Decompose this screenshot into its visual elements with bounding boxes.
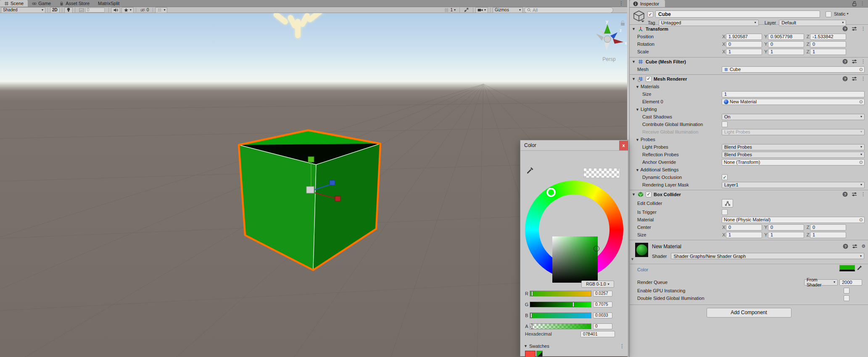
tools-button[interactable] bbox=[462, 8, 471, 13]
active-checkbox[interactable]: ✓ bbox=[647, 11, 653, 17]
object-picker-icon[interactable]: ⊙ bbox=[859, 67, 863, 72]
foldout-arrow-icon[interactable]: ▼ bbox=[631, 257, 634, 261]
hue-wheel[interactable] bbox=[525, 181, 623, 279]
frame-debug-group[interactable]: 0 bbox=[77, 8, 106, 13]
lock-icon[interactable] bbox=[621, 21, 625, 26]
center-x-field[interactable]: 0 bbox=[726, 224, 762, 231]
scale-x-field[interactable]: 1 bbox=[726, 49, 762, 55]
channel-b-handle[interactable] bbox=[530, 313, 532, 318]
position-y-field[interactable]: 0.9057798 bbox=[768, 34, 804, 40]
snap-grid-group[interactable]: 1 ▾ bbox=[442, 8, 457, 13]
center-z-field[interactable]: 0 bbox=[810, 224, 846, 231]
2d-toggle-button[interactable]: 2D bbox=[50, 7, 60, 13]
box-collider-header[interactable]: ▼ ✓ Box Collider ? ⋮ bbox=[630, 190, 868, 198]
close-button[interactable]: x bbox=[619, 141, 628, 150]
size-y-field[interactable]: 1 bbox=[768, 232, 804, 238]
grid-visibility-dropdown[interactable]: ▾ bbox=[155, 7, 167, 13]
tab-asset-store[interactable]: Asset Store bbox=[55, 0, 94, 7]
swatches-header[interactable]: ▼ Swatches ⋮ bbox=[524, 343, 625, 349]
foldout-arrow-icon[interactable]: ▼ bbox=[632, 192, 636, 197]
probes-foldout[interactable]: ▼ Probes bbox=[630, 136, 868, 143]
component-menu-icon[interactable]: ⋮ bbox=[861, 59, 865, 64]
component-menu-icon[interactable]: ⋮ bbox=[861, 76, 865, 81]
gizmos-dropdown[interactable]: Gizmos ▾ bbox=[493, 7, 523, 13]
saturation-value-square[interactable] bbox=[552, 236, 598, 283]
channel-g-value-field[interactable]: 0.7075 bbox=[593, 302, 612, 307]
scale-handle-center[interactable] bbox=[306, 186, 314, 193]
camera-dropdown[interactable]: ▾ bbox=[475, 7, 488, 13]
eyedropper-icon[interactable] bbox=[857, 265, 862, 271]
edit-collider-button[interactable] bbox=[722, 199, 733, 207]
scene-lighting-button[interactable] bbox=[64, 7, 73, 13]
foldout-arrow-icon[interactable]: ▼ bbox=[524, 344, 528, 348]
gizmo-arm-gray-down[interactable] bbox=[604, 43, 609, 50]
object-picker-icon[interactable]: ⊙ bbox=[859, 160, 863, 165]
channel-r-slider[interactable] bbox=[530, 291, 591, 297]
help-icon[interactable]: ? bbox=[842, 26, 848, 32]
position-x-field[interactable]: 1.920587 bbox=[726, 34, 762, 40]
gizmo-axis-x[interactable] bbox=[613, 39, 623, 44]
element0-object-field[interactable]: New Material ⊙ bbox=[722, 99, 865, 105]
object-picker-icon[interactable]: ⊙ bbox=[859, 99, 863, 105]
is-trigger-checkbox[interactable] bbox=[722, 209, 728, 215]
double-sided-gi-checkbox[interactable] bbox=[844, 295, 850, 301]
orientation-gizmo[interactable]: y z x bbox=[596, 19, 627, 50]
scale-handle-y[interactable] bbox=[308, 157, 314, 162]
static-dropdown[interactable]: Static ▾ bbox=[834, 11, 849, 16]
cast-shadows-dropdown[interactable]: On▾ bbox=[722, 114, 865, 120]
presets-icon[interactable] bbox=[852, 192, 857, 197]
render-queue-field[interactable]: 2000 bbox=[839, 279, 862, 286]
component-menu-icon[interactable]: ⋮ bbox=[861, 192, 865, 197]
rotation-y-field[interactable]: 0 bbox=[768, 41, 804, 47]
center-y-field[interactable]: 0 bbox=[768, 224, 804, 231]
channel-r-handle[interactable] bbox=[531, 291, 533, 296]
frame-count-field[interactable]: 0 bbox=[85, 8, 105, 13]
help-icon[interactable]: ? bbox=[843, 244, 848, 249]
component-menu-icon[interactable]: ⋮ bbox=[861, 26, 865, 32]
swatches-menu-icon[interactable]: ⋮ bbox=[620, 343, 625, 349]
channel-a-slider[interactable] bbox=[530, 323, 591, 329]
presets-icon[interactable] bbox=[852, 244, 857, 249]
reflection-probes-dropdown[interactable]: Blend Probes▾ bbox=[722, 152, 865, 158]
eyedropper-icon[interactable] bbox=[525, 167, 534, 175]
hidden-objects-group[interactable]: 0 bbox=[138, 8, 151, 13]
swatch-green[interactable] bbox=[536, 351, 543, 357]
gameobject-name-field[interactable]: Cube bbox=[655, 10, 820, 18]
gizmo-arm-gray-back[interactable] bbox=[599, 30, 607, 35]
scale-y-field[interactable]: 1 bbox=[768, 49, 804, 55]
tab-game[interactable]: Game bbox=[28, 0, 55, 7]
rendering-layer-mask-dropdown[interactable]: Layer1▾ bbox=[722, 182, 865, 188]
mesh-renderer-enabled-checkbox[interactable]: ✓ bbox=[646, 76, 652, 82]
rotation-z-field[interactable]: 0 bbox=[810, 41, 846, 47]
effects-dropdown[interactable]: ▾ bbox=[121, 7, 134, 13]
channel-g-slider[interactable] bbox=[530, 302, 591, 307]
render-queue-mode-dropdown[interactable]: From Shader▾ bbox=[804, 279, 838, 286]
size-z-field[interactable]: 1 bbox=[810, 232, 846, 238]
help-icon[interactable]: ? bbox=[842, 192, 848, 197]
tag-dropdown[interactable]: Untagged ▾ bbox=[659, 20, 759, 26]
lock-icon[interactable] bbox=[852, 1, 857, 6]
channel-b-value-field[interactable]: 0.0033 bbox=[593, 312, 612, 318]
contribute-gi-checkbox[interactable] bbox=[722, 121, 728, 127]
material-preview[interactable] bbox=[635, 243, 648, 257]
channel-a-handle[interactable] bbox=[531, 324, 533, 329]
gpu-instancing-checkbox[interactable] bbox=[844, 288, 850, 294]
foldout-arrow-icon[interactable]: ▼ bbox=[632, 77, 636, 81]
presets-icon[interactable] bbox=[852, 26, 857, 31]
position-z-field[interactable]: -1.533842 bbox=[810, 34, 846, 40]
scene-panel-menu-icon[interactable]: ⋮ bbox=[615, 0, 627, 7]
lighting-foldout[interactable]: ▼ Lighting bbox=[630, 105, 868, 113]
perspective-label[interactable]: Persp bbox=[594, 56, 624, 62]
presets-icon[interactable] bbox=[852, 76, 857, 81]
channel-r-value-field[interactable]: 0.0257 bbox=[593, 291, 612, 297]
scale-gizmo[interactable] bbox=[306, 157, 340, 201]
dynamic-occlusion-checkbox[interactable]: ✓ bbox=[722, 174, 728, 180]
channel-b-slider[interactable] bbox=[530, 312, 591, 318]
gizmo-axis-y[interactable] bbox=[604, 24, 611, 34]
color-mode-dropdown[interactable]: RGB 0-1.0 ▾ bbox=[581, 281, 614, 288]
shader-dropdown[interactable]: Shader Graphs/New Shader Graph ▾ bbox=[671, 253, 864, 259]
additional-settings-foldout[interactable]: ▼ Additional Settings bbox=[630, 166, 868, 173]
tab-scene[interactable]: Scene bbox=[0, 0, 28, 7]
tab-inspector[interactable]: Inspector bbox=[630, 0, 665, 7]
help-icon[interactable]: ? bbox=[842, 59, 848, 64]
